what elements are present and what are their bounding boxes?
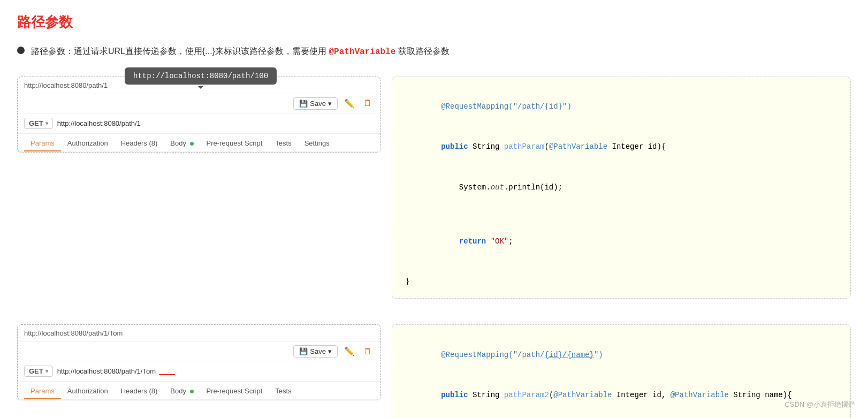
tab-settings-1[interactable]: Settings	[298, 137, 336, 151]
save-icon-1: 💾	[299, 100, 308, 108]
method-arrow-2: ▾	[45, 368, 48, 374]
tooltip-bubble-1: http://localhost:8080/path/100	[125, 67, 277, 85]
code-line-1-6	[405, 262, 837, 275]
tab-tests-1[interactable]: Tests	[269, 137, 298, 151]
code-line-1-3: System.out.println(id);	[405, 168, 837, 208]
request-url-1[interactable]: http://localhost:8080/path/1	[57, 119, 374, 127]
tab-authorization-2[interactable]: Authorization	[61, 385, 115, 399]
save-icon-2: 💾	[299, 347, 308, 355]
save-area-1: 💾 Save ▾ ✏️ 🗒	[18, 94, 380, 113]
tab-prerequest-1[interactable]: Pre-request Script	[200, 137, 269, 151]
panels-row-1: http://localhost:8080/path/100 http://lo…	[17, 77, 851, 299]
bullet-section: 路径参数：通过请求URL直接传递参数，使用{...}来标识该路径参数，需要使用 …	[17, 44, 851, 59]
code-line-2-2: public String pathParam2(@PathVariable I…	[405, 375, 837, 416]
code-line-1-1: @RequestMapping("/path/{id}")	[405, 87, 837, 127]
bullet-dot	[17, 47, 25, 54]
edit-button-2[interactable]: ✏️	[342, 346, 357, 356]
code-line-1-5: return "OK";	[405, 221, 837, 262]
tab-headers-2[interactable]: Headers (8)	[115, 385, 164, 399]
panel-tabs-1: Params Authorization Headers (8) Body Pr…	[18, 134, 380, 152]
method-arrow-1: ▾	[45, 120, 48, 126]
section-2: http://localhost:8080/path/1/Tom 💾 Save …	[17, 324, 851, 418]
tab-body-2[interactable]: Body	[164, 385, 200, 399]
path-variable-highlight: @PathVariable	[329, 47, 395, 57]
tab-headers-1[interactable]: Headers (8)	[115, 137, 164, 151]
watermark: CSDN @小袁拒绝摆烂	[785, 400, 855, 409]
copy-button-2[interactable]: 🗒	[361, 347, 374, 356]
request-row-1: GET ▾ http://localhost:8080/path/1	[18, 113, 380, 134]
tab-prerequest-2[interactable]: Pre-request Script	[200, 385, 269, 399]
request-url-2[interactable]: http://localhost:8080/path/1/Tom	[57, 367, 374, 375]
tab-params-1[interactable]: Params	[24, 137, 61, 151]
code-panel-1: @RequestMapping("/path/{id}") public Str…	[392, 77, 851, 299]
code-line-2-1: @RequestMapping("/path/{id}/{name}")	[405, 335, 837, 375]
save-dropdown-arrow-1: ▾	[328, 100, 332, 108]
panel-url-bar-2: http://localhost:8080/path/1/Tom	[18, 325, 380, 342]
method-badge-1[interactable]: GET ▾	[24, 118, 53, 129]
body-dot-1	[190, 142, 194, 146]
save-button-1[interactable]: 💾 Save ▾	[293, 97, 338, 110]
edit-button-1[interactable]: ✏️	[342, 98, 357, 109]
page-title: 路径参数	[17, 13, 851, 32]
request-row-2: GET ▾ http://localhost:8080/path/1/Tom	[18, 361, 380, 382]
method-badge-2[interactable]: GET ▾	[24, 366, 53, 377]
save-dropdown-arrow-2: ▾	[328, 347, 332, 355]
code-line-1-4	[405, 208, 837, 221]
panel-tabs-2: Params Authorization Headers (8) Body Pr…	[18, 382, 380, 400]
section-1: http://localhost:8080/path/100 http://lo…	[17, 77, 851, 299]
tab-authorization-1[interactable]: Authorization	[61, 137, 115, 151]
code-line-1-2: public String pathParam(@PathVariable In…	[405, 127, 837, 168]
panels-row-2: http://localhost:8080/path/1/Tom 💾 Save …	[17, 324, 851, 418]
tab-params-2[interactable]: Params	[24, 385, 61, 399]
bullet-text: 路径参数：通过请求URL直接传递参数，使用{...}来标识该路径参数，需要使用 …	[31, 44, 450, 59]
tab-body-1[interactable]: Body	[164, 137, 200, 151]
postman-panel-2: http://localhost:8080/path/1/Tom 💾 Save …	[17, 324, 381, 400]
postman-panel-1: http://localhost:8080/path/100 http://lo…	[17, 77, 381, 153]
copy-button-1[interactable]: 🗒	[361, 98, 374, 108]
code-line-1-7: }	[405, 275, 837, 288]
tab-tests-2[interactable]: Tests	[269, 385, 298, 399]
code-panel-2: @RequestMapping("/path/{id}/{name}") pub…	[392, 324, 851, 418]
save-area-2: 💾 Save ▾ ✏️ 🗒	[18, 342, 380, 361]
save-button-2[interactable]: 💾 Save ▾	[293, 345, 338, 358]
body-dot-2	[190, 390, 194, 393]
code-line-2-3: System.out.println(id+ " : " +name);	[405, 416, 837, 418]
